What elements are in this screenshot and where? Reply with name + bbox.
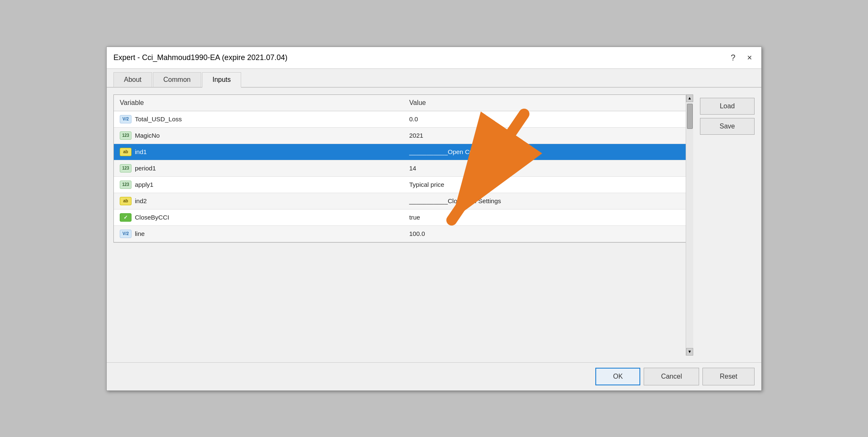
icon-123: 123 (120, 164, 132, 173)
save-button[interactable]: Save (700, 118, 755, 135)
ok-button[interactable]: OK (595, 368, 640, 385)
variable-name: ind2 (135, 197, 147, 204)
variable-value[interactable]: true (403, 209, 693, 225)
content-area: Variable Value V/2Total_USD_Loss0.0123Ma… (107, 88, 761, 362)
variable-name: MagicNo (135, 132, 160, 139)
scroll-down[interactable]: ▼ (686, 348, 693, 356)
variable-value[interactable]: ___________Open CCI Settings (403, 144, 693, 160)
inputs-table: Variable Value V/2Total_USD_Loss0.0123Ma… (114, 95, 693, 242)
variable-value[interactable]: 2021 (403, 127, 693, 144)
scroll-up[interactable]: ▲ (686, 94, 693, 102)
help-button[interactable]: ? (728, 52, 738, 63)
icon-check: ✓ (120, 213, 132, 222)
icon-123: 123 (120, 181, 132, 189)
cancel-button[interactable]: Cancel (644, 368, 699, 385)
table-row[interactable]: 123period114 (114, 160, 693, 176)
variable-value[interactable]: ___________Close CCI Settings (403, 193, 693, 209)
variable-value[interactable]: 0.0 (403, 111, 693, 127)
icon-ab: ab (120, 148, 132, 156)
table-row[interactable]: abind2___________Close CCI Settings (114, 193, 693, 209)
table-header-row: Variable Value (114, 95, 693, 111)
close-button[interactable]: × (744, 52, 755, 63)
col-value: Value (403, 95, 693, 111)
table-row[interactable]: 123MagicNo2021 (114, 127, 693, 144)
table-row[interactable]: ✓CloseByCCItrue (114, 209, 693, 225)
tabs-area: About Common Inputs (107, 69, 761, 88)
table-row[interactable]: abind1___________Open CCI Settings (114, 144, 693, 160)
table-row[interactable]: V/2line100.0 (114, 225, 693, 242)
variable-name: period1 (135, 165, 156, 172)
col-variable: Variable (114, 95, 403, 111)
load-button[interactable]: Load (700, 98, 755, 115)
tab-about[interactable]: About (113, 72, 152, 87)
table-wrapper: Variable Value V/2Total_USD_Loss0.0123Ma… (113, 94, 693, 356)
dialog-window: Expert - Cci_Mahmoud1990-EA (expire 2021… (106, 47, 762, 391)
title-bar: Expert - Cci_Mahmoud1990-EA (expire 2021… (107, 47, 761, 69)
tab-inputs[interactable]: Inputs (202, 72, 242, 88)
right-buttons: Load Save (700, 94, 755, 356)
variable-name: apply1 (135, 181, 153, 188)
table-container: Variable Value V/2Total_USD_Loss0.0123Ma… (113, 94, 693, 243)
variable-value[interactable]: 14 (403, 160, 693, 176)
footer: OK Cancel Reset (107, 362, 761, 390)
icon-v2: V/2 (120, 115, 132, 123)
icon-123: 123 (120, 131, 132, 140)
title-buttons: ? × (728, 52, 755, 63)
variable-value[interactable]: Typical price (403, 176, 693, 193)
variable-name: line (135, 230, 145, 237)
variable-value[interactable]: 100.0 (403, 225, 693, 242)
variable-name: CloseByCCI (135, 214, 169, 221)
tab-common[interactable]: Common (153, 72, 201, 87)
window-title: Expert - Cci_Mahmoud1990-EA (expire 2021… (113, 53, 287, 62)
scrollbar[interactable]: ▲ ▼ (686, 94, 693, 356)
table-row[interactable]: 123apply1Typical price (114, 176, 693, 193)
scroll-thumb[interactable] (687, 104, 693, 129)
icon-ab: ab (120, 197, 132, 205)
variable-name: Total_USD_Loss (135, 115, 182, 123)
table-row[interactable]: V/2Total_USD_Loss0.0 (114, 111, 693, 127)
reset-button[interactable]: Reset (702, 368, 755, 385)
icon-v2: V/2 (120, 230, 132, 238)
variable-name: ind1 (135, 148, 147, 155)
